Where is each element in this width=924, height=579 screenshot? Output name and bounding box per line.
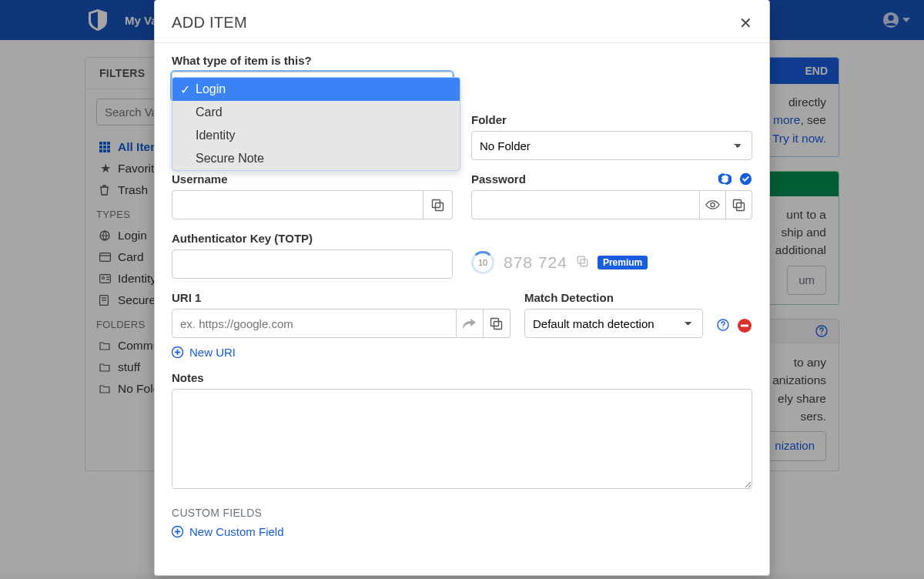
custom-fields-label: CUSTOM FIELDS bbox=[172, 507, 752, 519]
totp-code: 878 724 bbox=[504, 253, 567, 272]
add-item-modal: ADD ITEM ✕ What type of item is this? Lo… bbox=[154, 0, 770, 576]
item-type-group: What type of item is this? Login Card Id… bbox=[172, 54, 453, 101]
match-detection-group: Match Detection Default match detection bbox=[524, 291, 703, 338]
launch-uri-button[interactable] bbox=[457, 309, 484, 338]
folder-group: Folder No Folder bbox=[471, 113, 752, 160]
dropdown-option-card[interactable]: Card bbox=[172, 101, 460, 124]
regenerate-password-button[interactable] bbox=[718, 172, 732, 188]
plus-circle-icon bbox=[172, 526, 183, 537]
minus-circle-icon bbox=[737, 318, 752, 333]
dropdown-option-secure-note[interactable]: Secure Note bbox=[172, 147, 460, 170]
copy-icon bbox=[732, 199, 745, 212]
svg-rect-28 bbox=[734, 199, 742, 207]
copy-icon bbox=[577, 256, 588, 267]
check-circle-icon bbox=[739, 172, 752, 186]
modal-title: ADD ITEM bbox=[172, 14, 247, 32]
modal-header: ADD ITEM ✕ bbox=[155, 0, 769, 43]
dropdown-option-identity[interactable]: Identity bbox=[172, 124, 460, 147]
svg-rect-27 bbox=[737, 202, 745, 210]
svg-rect-32 bbox=[491, 318, 499, 326]
check-password-button[interactable] bbox=[739, 172, 752, 188]
copy-totp-button[interactable] bbox=[577, 256, 588, 269]
username-group: Username bbox=[172, 172, 453, 219]
copy-username-button[interactable] bbox=[424, 190, 453, 219]
match-detection-select[interactable]: Default match detection bbox=[524, 309, 703, 338]
copy-icon bbox=[490, 317, 503, 330]
password-label: Password bbox=[471, 172, 752, 186]
close-button[interactable]: ✕ bbox=[739, 15, 752, 31]
svg-rect-30 bbox=[578, 256, 584, 263]
svg-point-34 bbox=[722, 327, 723, 328]
totp-label: Authenticator Key (TOTP) bbox=[172, 232, 453, 245]
match-help-button[interactable] bbox=[717, 319, 729, 333]
totp-countdown-icon: 10 bbox=[471, 251, 494, 274]
svg-rect-42 bbox=[175, 531, 181, 533]
eye-icon bbox=[705, 199, 720, 210]
notes-label: Notes bbox=[172, 371, 752, 384]
new-custom-field-button[interactable]: New Custom Field bbox=[172, 525, 752, 538]
uri1-input[interactable] bbox=[172, 309, 457, 338]
password-input[interactable] bbox=[471, 190, 700, 219]
plus-circle-icon bbox=[172, 346, 183, 358]
share-arrow-icon bbox=[463, 318, 476, 330]
username-input[interactable] bbox=[172, 190, 424, 219]
remove-uri-button[interactable] bbox=[737, 318, 752, 333]
svg-rect-31 bbox=[494, 321, 502, 329]
notes-textarea[interactable] bbox=[172, 389, 752, 489]
premium-badge: Premium bbox=[598, 256, 648, 269]
refresh-icon bbox=[718, 172, 732, 186]
svg-rect-29 bbox=[581, 259, 588, 266]
svg-rect-36 bbox=[741, 325, 748, 327]
password-group: Password bbox=[471, 172, 752, 219]
copy-icon bbox=[431, 199, 444, 212]
new-uri-button[interactable]: New URI bbox=[172, 346, 752, 359]
match-detection-label: Match Detection bbox=[524, 291, 703, 304]
totp-display: 10 878 724 Premium bbox=[471, 232, 752, 274]
item-type-label: What type of item is this? bbox=[172, 54, 453, 67]
totp-group: Authenticator Key (TOTP) bbox=[172, 232, 453, 279]
svg-point-26 bbox=[711, 202, 715, 206]
svg-rect-23 bbox=[436, 202, 444, 210]
folder-select[interactable]: No Folder bbox=[471, 131, 752, 160]
item-type-dropdown: Login Card Identity Secure Note bbox=[172, 77, 460, 171]
svg-rect-39 bbox=[175, 352, 181, 353]
uri1-group: URI 1 bbox=[172, 291, 511, 338]
totp-input[interactable] bbox=[172, 249, 453, 279]
copy-password-button[interactable] bbox=[726, 190, 752, 219]
dropdown-option-login[interactable]: Login bbox=[172, 78, 460, 101]
copy-uri-button[interactable] bbox=[484, 309, 511, 338]
toggle-password-visibility[interactable] bbox=[700, 190, 726, 219]
username-label: Username bbox=[172, 172, 453, 186]
svg-rect-24 bbox=[433, 199, 440, 207]
folder-label: Folder bbox=[471, 113, 752, 126]
uri1-label: URI 1 bbox=[172, 291, 511, 304]
